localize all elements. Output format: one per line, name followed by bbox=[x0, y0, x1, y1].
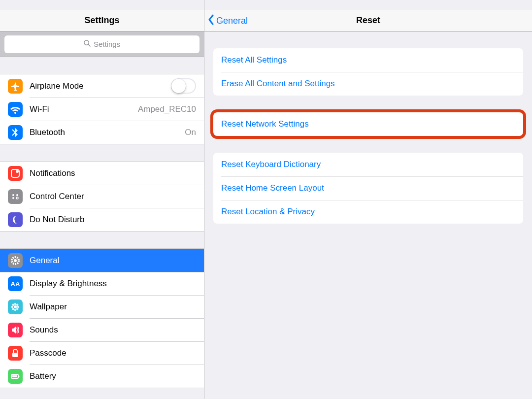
notifications-icon bbox=[8, 166, 23, 181]
sidebar-item-label: Do Not Disturb bbox=[30, 215, 196, 225]
sidebar-item-label: General bbox=[30, 256, 196, 266]
settings-sidebar: Settings Settings Airplane ModeWi-FiAmpe… bbox=[0, 0, 204, 399]
detail-header: General Reset bbox=[204, 10, 532, 32]
sidebar-group: GeneralDisplay & BrightnessWallpaperSoun… bbox=[0, 248, 204, 388]
detail-group: Reset All SettingsErase All Content and … bbox=[213, 48, 523, 96]
back-button[interactable]: General bbox=[207, 10, 248, 32]
toggle-airplane[interactable] bbox=[171, 78, 196, 94]
sidebar-item-label: Airplane Mode bbox=[30, 81, 171, 91]
detail-item-reset-home[interactable]: Reset Home Screen Layout bbox=[213, 176, 523, 200]
detail-group: Reset Network Settings bbox=[213, 112, 523, 136]
gear-icon bbox=[8, 253, 23, 268]
search-icon bbox=[84, 40, 91, 48]
speaker-icon bbox=[8, 323, 23, 337]
sidebar-item-label: Battery bbox=[30, 371, 196, 381]
sidebar-item-label: Wallpaper bbox=[30, 302, 196, 312]
sidebar-item-general[interactable]: General bbox=[0, 249, 204, 272]
sidebar-item-display[interactable]: Display & Brightness bbox=[0, 272, 204, 295]
detail-item-erase-all[interactable]: Erase All Content and Settings bbox=[213, 72, 523, 96]
sidebar-item-bluetooth[interactable]: BluetoothOn bbox=[0, 121, 204, 144]
detail-item-reset-network[interactable]: Reset Network Settings bbox=[213, 112, 523, 136]
sidebar-item-label: Control Center bbox=[30, 192, 196, 201]
sidebar-item-notifications[interactable]: Notifications bbox=[0, 162, 204, 185]
sidebar-item-label: Sounds bbox=[30, 325, 196, 335]
sidebar-item-value: On bbox=[185, 128, 196, 137]
sidebar-item-label: Bluetooth bbox=[30, 128, 185, 137]
airplane-icon bbox=[8, 79, 23, 94]
chevron-left-icon bbox=[207, 14, 216, 28]
search-input[interactable]: Settings bbox=[4, 35, 200, 53]
sidebar-item-value: Amped_REC10 bbox=[138, 104, 196, 114]
battery-icon bbox=[8, 369, 23, 384]
sidebar-group: NotificationsControl CenterDo Not Distur… bbox=[0, 161, 204, 232]
wifi-icon bbox=[8, 102, 23, 117]
detail-title: Reset bbox=[356, 15, 380, 26]
sidebar-item-label: Passcode bbox=[30, 348, 196, 358]
sidebar-item-dnd[interactable]: Do Not Disturb bbox=[0, 208, 204, 231]
sidebar-item-label: Notifications bbox=[30, 168, 196, 178]
detail-item-reset-keyboard[interactable]: Reset Keyboard Dictionary bbox=[213, 153, 523, 176]
sidebar-item-wallpaper[interactable]: Wallpaper bbox=[0, 295, 204, 318]
sidebar-group: Airplane ModeWi-FiAmped_REC10BluetoothOn bbox=[0, 74, 204, 144]
sidebar-item-battery[interactable]: Battery bbox=[0, 365, 204, 388]
flower-icon bbox=[8, 299, 23, 314]
moon-icon bbox=[8, 212, 23, 227]
sidebar-item-wifi[interactable]: Wi-FiAmped_REC10 bbox=[0, 98, 204, 121]
search-placeholder: Settings bbox=[94, 40, 120, 48]
sidebar-header: Settings bbox=[0, 10, 204, 32]
aa-icon bbox=[8, 276, 23, 291]
detail-item-reset-location[interactable]: Reset Location & Privacy bbox=[213, 200, 523, 224]
sidebar-item-controlcenter[interactable]: Control Center bbox=[0, 185, 204, 208]
detail-group: Reset Keyboard DictionaryReset Home Scre… bbox=[213, 153, 523, 224]
sidebar-item-airplane[interactable]: Airplane Mode bbox=[0, 74, 204, 98]
sidebar-title: Settings bbox=[84, 15, 119, 26]
controlcenter-icon bbox=[8, 189, 23, 204]
detail-pane: General Reset Reset All SettingsErase Al… bbox=[204, 0, 532, 399]
sidebar-item-sounds[interactable]: Sounds bbox=[0, 318, 204, 341]
back-label: General bbox=[216, 16, 248, 26]
detail-list: Reset All SettingsErase All Content and … bbox=[204, 32, 532, 399]
sidebar-item-label: Display & Brightness bbox=[30, 279, 196, 289]
search-bar: Settings bbox=[0, 32, 204, 57]
detail-item-reset-all[interactable]: Reset All Settings bbox=[213, 48, 523, 72]
sidebar-item-passcode[interactable]: Passcode bbox=[0, 341, 204, 365]
bluetooth-icon bbox=[8, 125, 23, 140]
sidebar-list: Airplane ModeWi-FiAmped_REC10BluetoothOn… bbox=[0, 57, 204, 399]
sidebar-item-label: Wi-Fi bbox=[30, 104, 138, 114]
lock-icon bbox=[8, 346, 23, 361]
